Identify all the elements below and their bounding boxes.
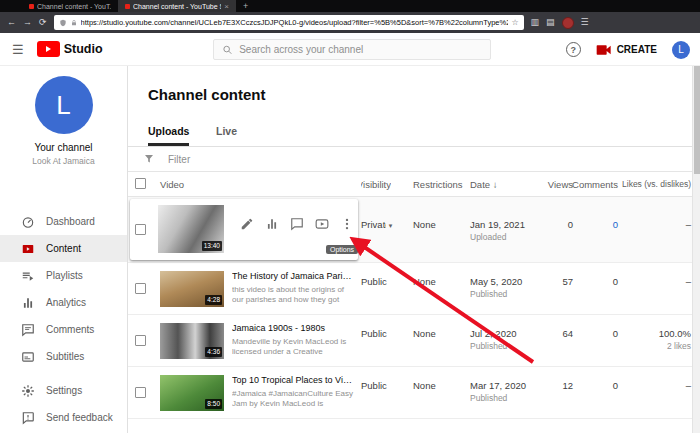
- options-icon[interactable]: [340, 217, 354, 231]
- browser-menu-icon[interactable]: ☰: [581, 18, 589, 27]
- library-icon[interactable]: ▥: [531, 18, 540, 27]
- column-date[interactable]: Date ↓: [470, 179, 497, 190]
- shield-icon[interactable]: [59, 19, 67, 27]
- studio-menu-icon[interactable]: ☰: [12, 42, 24, 57]
- sidebar-item-playlists[interactable]: Playlists: [0, 262, 127, 289]
- row-checkbox[interactable]: [135, 224, 146, 235]
- channel-name: Look At Jamaica: [0, 156, 127, 166]
- tab-live[interactable]: Live: [216, 125, 237, 146]
- youtube-studio-logo[interactable]: Studio: [37, 41, 103, 57]
- visibility-dropdown[interactable]: Private ▾: [361, 219, 392, 230]
- url-text: https://studio.youtube.com/channel/UCLeb…: [81, 18, 509, 27]
- sidebar-item-analytics[interactable]: Analytics: [0, 289, 127, 316]
- studio-header: ☰ Studio ? CREATE L: [0, 33, 700, 66]
- reload-button[interactable]: ⟳: [39, 18, 47, 27]
- sidebar-item-label: Subtitles: [46, 351, 84, 362]
- likes-cell: 100.0% 2 likes: [603, 328, 691, 351]
- create-button[interactable]: CREATE: [596, 44, 657, 56]
- table-row[interactable]: 4:28 The History of Jamaica Parishes thi…: [128, 263, 700, 315]
- duration-badge: 4:28: [205, 295, 222, 305]
- page-title: Channel content: [148, 86, 266, 103]
- sidebar-footer: Settings Send feedback: [0, 377, 127, 431]
- duration-badge: 4:36: [205, 347, 222, 357]
- url-bar[interactable]: https://studio.youtube.com/channel/UCLeb…: [54, 15, 524, 30]
- likes-value: –: [603, 380, 691, 391]
- channel-avatar[interactable]: L: [35, 76, 93, 134]
- column-restrictions: Restrictions: [413, 179, 463, 190]
- videocam-icon: [596, 44, 612, 56]
- sort-down-icon: ↓: [493, 179, 498, 190]
- dashboard-icon: [21, 215, 35, 229]
- views-value: 0: [527, 219, 573, 230]
- scrollbar-thumb[interactable]: [694, 66, 700, 174]
- chevron-down-icon: ▾: [389, 222, 393, 229]
- channel-content-main: Channel content Uploads Live Video Visib…: [128, 66, 700, 433]
- tab-uploads[interactable]: Uploads: [148, 125, 189, 146]
- tab-close-icon[interactable]: ×: [224, 2, 229, 11]
- table-row[interactable]: 4:36 Jamaica 1900s - 1980s Mandeville by…: [128, 315, 700, 367]
- new-tab-button[interactable]: +: [236, 0, 255, 12]
- filter-bar[interactable]: [128, 147, 700, 172]
- video-title-cell[interactable]: Jamaica 1900s - 1980s Mandeville by Kevi…: [232, 323, 354, 358]
- sidebar-item-subtitles[interactable]: Subtitles: [0, 343, 127, 370]
- video-thumbnail[interactable]: 4:28: [160, 271, 224, 307]
- date-value: Jan 19, 2021: [470, 219, 525, 230]
- likes-value: –: [603, 219, 691, 230]
- forward-button[interactable]: →: [23, 18, 32, 27]
- browser-navbar: ← → ⟳ https://studio.youtube.com/channel…: [0, 12, 700, 33]
- help-icon[interactable]: ?: [566, 42, 581, 57]
- video-title-cell[interactable]: The History of Jamaica Parishes this vid…: [232, 271, 354, 306]
- vertical-scrollbar[interactable]: [692, 66, 700, 433]
- comments-icon[interactable]: [290, 217, 304, 231]
- video-title[interactable]: The History of Jamaica Parishes: [232, 271, 354, 283]
- lock-icon: [70, 19, 78, 27]
- sidebar-item-label: Content: [46, 243, 81, 254]
- sidebar-item-settings[interactable]: Settings: [0, 377, 127, 404]
- likes-value: –: [603, 276, 691, 287]
- row-checkbox[interactable]: [135, 387, 146, 398]
- sidebar-toggle-icon[interactable]: ▤: [546, 18, 555, 27]
- table-row[interactable]: 8:50 Top 10 Tropical Places to Visit in …: [128, 367, 700, 419]
- browser-tab[interactable]: Channel content - YouT...: [22, 0, 118, 12]
- video-thumbnail[interactable]: 8:50: [160, 375, 224, 411]
- youtube-play-icon: [37, 41, 60, 57]
- row-checkbox[interactable]: [135, 335, 146, 346]
- table-row[interactable]: 13:40 Options Private ▾ None: [128, 197, 700, 263]
- visibility-value: Public: [361, 380, 387, 391]
- analytics-icon[interactable]: [265, 217, 279, 231]
- restrictions-value: None: [413, 380, 436, 391]
- sidebar-item-label: Comments: [46, 324, 94, 335]
- bookmark-star-icon[interactable]: ☆: [511, 18, 518, 27]
- video-thumbnail[interactable]: 4:36: [160, 323, 224, 359]
- views-value: 12: [527, 380, 573, 391]
- column-video: Video: [160, 179, 184, 190]
- select-all-checkbox[interactable]: [135, 178, 146, 189]
- back-button[interactable]: ←: [7, 18, 16, 27]
- browser-profile-avatar[interactable]: [562, 17, 574, 29]
- browser-tab-active[interactable]: Channel content - YouTube Studio ×: [118, 0, 236, 12]
- date-value: Jul 2, 2020: [470, 328, 516, 339]
- row-checkbox[interactable]: [135, 283, 146, 294]
- sidebar-item-content[interactable]: Content: [0, 235, 127, 262]
- duration-badge: 13:40: [202, 241, 222, 251]
- sidebar-item-send-feedback[interactable]: Send feedback: [0, 404, 127, 431]
- video-title[interactable]: Jamaica 1900s - 1980s: [232, 323, 354, 335]
- youtube-icon[interactable]: [315, 217, 329, 231]
- sidebar-item-dashboard[interactable]: Dashboard: [0, 208, 127, 235]
- filter-input[interactable]: [168, 154, 368, 165]
- restrictions-value: None: [413, 219, 436, 230]
- likes-value: 100.0%: [603, 328, 691, 339]
- column-visibility: Visibility: [361, 179, 391, 192]
- video-title[interactable]: Top 10 Tropical Places to Visit in Jam..…: [232, 375, 354, 387]
- search-icon: [222, 44, 233, 56]
- search-input[interactable]: [239, 44, 482, 55]
- sidebar-item-comments[interactable]: Comments: [0, 316, 127, 343]
- likes-count: 2 likes: [603, 341, 691, 351]
- video-thumbnail[interactable]: 13:40: [158, 205, 224, 253]
- account-avatar[interactable]: L: [672, 41, 690, 59]
- channel-search-box[interactable]: [213, 39, 491, 60]
- edit-icon[interactable]: [240, 217, 254, 231]
- video-title-cell[interactable]: Top 10 Tropical Places to Visit in Jam..…: [232, 375, 354, 410]
- tab-title: Channel content - YouT...: [37, 3, 111, 10]
- date-cell: Jul 2, 2020 Published: [470, 328, 516, 351]
